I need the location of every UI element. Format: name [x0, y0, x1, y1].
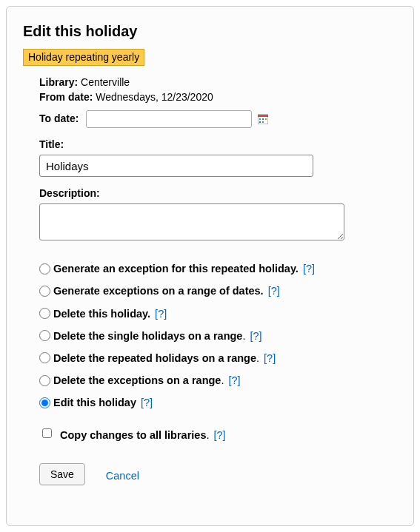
option-row: Edit this holiday [?]	[39, 396, 397, 408]
option-radio[interactable]	[39, 375, 50, 386]
from-date-row: From date: Wednesdays, 12/23/2020	[39, 91, 397, 103]
help-link[interactable]: [?]	[268, 285, 280, 297]
option-label: Edit this holiday [?]	[53, 397, 153, 408]
svg-rect-6	[262, 121, 264, 123]
help-link[interactable]: [?]	[155, 308, 167, 320]
cancel-link[interactable]: Cancel	[106, 470, 139, 482]
svg-rect-3	[262, 118, 264, 120]
library-row: Library: Centerville	[39, 76, 397, 88]
edit-holiday-panel: Edit this holiday Holiday repeating year…	[6, 6, 414, 526]
option-row: Delete the exceptions on a range. [?]	[39, 374, 397, 386]
option-label: Delete the repeated holidays on a range.…	[53, 352, 276, 364]
to-date-row: To date:	[39, 110, 397, 128]
help-link[interactable]: [?]	[214, 429, 226, 441]
option-radio[interactable]	[39, 330, 50, 341]
copy-all-checkbox[interactable]	[42, 428, 52, 438]
option-label: Delete the single holidays on a range. […	[53, 330, 262, 342]
calendar-icon[interactable]	[258, 114, 268, 124]
help-link[interactable]: [?]	[264, 352, 276, 364]
option-label: Delete the exceptions on a range. [?]	[53, 374, 241, 386]
from-date-value: Wednesdays, 12/23/2020	[96, 91, 213, 103]
options-group: Generate an exception for this repeated …	[39, 262, 397, 408]
page-title: Edit this holiday	[23, 23, 397, 40]
svg-rect-5	[259, 121, 261, 123]
option-radio[interactable]	[39, 286, 50, 297]
option-label: Generate an exception for this repeated …	[53, 263, 315, 275]
option-label: Delete this holiday. [?]	[53, 308, 167, 320]
help-link[interactable]: [?]	[229, 374, 241, 386]
to-date-label: To date:	[39, 112, 79, 124]
copy-row: Copy changes to all libraries. [?]	[39, 426, 397, 441]
help-link[interactable]: [?]	[141, 397, 153, 408]
option-radio[interactable]	[39, 263, 50, 275]
help-link[interactable]: [?]	[250, 330, 262, 342]
description-textarea[interactable]	[39, 203, 344, 240]
svg-rect-2	[259, 118, 261, 120]
option-label: Generate exceptions on a range of dates.…	[53, 285, 280, 297]
copy-all-label: Copy changes to all libraries. [?]	[60, 429, 226, 441]
from-date-label: From date:	[39, 91, 93, 103]
save-button[interactable]: Save	[39, 463, 85, 485]
to-date-input[interactable]	[86, 110, 252, 128]
library-label: Library:	[39, 76, 78, 88]
title-input[interactable]	[39, 155, 313, 177]
repeat-badge: Holiday repeating yearly	[23, 49, 144, 66]
description-label: Description:	[39, 187, 397, 199]
option-row: Generate an exception for this repeated …	[39, 262, 397, 275]
option-row: Delete the repeated holidays on a range.…	[39, 351, 397, 364]
option-radio[interactable]	[39, 397, 50, 408]
help-link[interactable]: [?]	[303, 263, 315, 275]
option-radio[interactable]	[39, 352, 50, 363]
library-value: Centerville	[81, 76, 130, 88]
option-radio[interactable]	[39, 308, 50, 319]
option-row: Generate exceptions on a range of dates.…	[39, 284, 397, 297]
option-row: Delete the single holidays on a range. […	[39, 329, 397, 342]
svg-rect-1	[258, 115, 268, 117]
option-row: Delete this holiday. [?]	[39, 306, 397, 319]
title-label: Title:	[39, 138, 397, 150]
actions-row: Save Cancel	[39, 463, 397, 485]
svg-rect-4	[265, 118, 267, 120]
